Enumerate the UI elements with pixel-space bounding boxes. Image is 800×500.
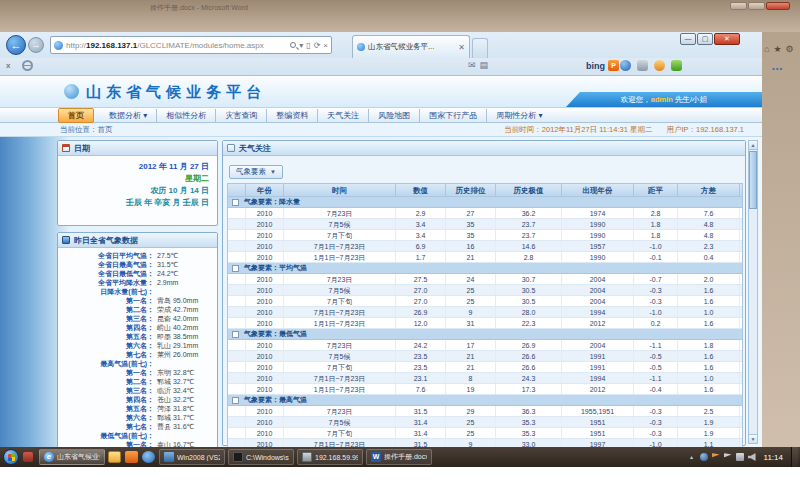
- letterbox-strip: [0, 467, 800, 500]
- mail-icon[interactable]: ✉: [468, 60, 476, 70]
- table-row[interactable]: 20101月1日~7月23日1.7212.81990-0.10.4: [228, 252, 742, 263]
- taskbar-button-cmd[interactable]: C:\Windows\s...: [228, 449, 294, 465]
- addon-paw-icon[interactable]: [654, 60, 665, 71]
- cell: -0.3: [634, 428, 678, 438]
- hidden-icons-arrow[interactable]: ▴: [688, 453, 696, 461]
- taskbar-button-rdp[interactable]: 192.168.59.99...: [297, 449, 363, 465]
- tab-close-icon[interactable]: ✕: [458, 43, 465, 52]
- nav-item-data-analysis[interactable]: 数据分析 ▾: [100, 109, 156, 122]
- table-row[interactable]: 20107月下旬3.43523.719901.84.8: [228, 230, 742, 241]
- action-center-flag-icon[interactable]: [712, 453, 720, 461]
- new-tab-button[interactable]: [472, 38, 488, 58]
- explorer-folder-icon[interactable]: [108, 451, 121, 463]
- table-row[interactable]: 20107月下旬31.42535.31951-0.31.9: [228, 428, 742, 439]
- cell: 8: [446, 373, 496, 383]
- table-row[interactable]: 20101月1日~7月23日7.61917.32012-0.41.6: [228, 384, 742, 395]
- nav-item-home[interactable]: 首页: [58, 108, 94, 123]
- flag-icon[interactable]: [724, 453, 732, 461]
- taskbar-button-ie[interactable]: e山东省气候业务平...: [39, 449, 105, 465]
- table-row[interactable]: 20107月1日~7月23日23.1824.31994-1.11.0: [228, 373, 742, 384]
- close-icon[interactable]: ✕: [714, 33, 740, 45]
- app-orange-icon[interactable]: [125, 451, 138, 463]
- element-dropdown-button[interactable]: 气象要素 ▼: [229, 165, 283, 179]
- tray-app-icon[interactable]: [700, 453, 708, 461]
- group-checkbox[interactable]: [232, 331, 239, 338]
- search-icon[interactable]: [290, 42, 296, 48]
- maximize-icon[interactable]: ▢: [697, 33, 713, 45]
- table-row[interactable]: 20107月下旬23.52126.61991-0.51.6: [228, 362, 742, 373]
- network-icon[interactable]: [736, 453, 744, 461]
- scroll-up-icon[interactable]: ▲: [749, 141, 757, 150]
- settings-gear-icon[interactable]: ⚙: [786, 44, 794, 54]
- start-button[interactable]: [3, 449, 19, 465]
- group-checkbox[interactable]: [232, 265, 239, 272]
- table-row[interactable]: 20107月5候23.52126.61991-0.51.6: [228, 351, 742, 362]
- volume-icon[interactable]: [748, 453, 756, 461]
- stat-value: 菏泽 31.8℃: [157, 404, 194, 413]
- table-row[interactable]: 20107月1日~7月23日31.5933.01997-1.01.1: [228, 439, 742, 447]
- refresh-icon[interactable]: ⟳: [314, 41, 321, 50]
- cell-checkbox: [228, 406, 246, 416]
- table-row[interactable]: 20107月5候31.42535.31951-0.31.9: [228, 417, 742, 428]
- cell: 30.5: [496, 285, 562, 295]
- nav-item-national-products[interactable]: 国家下行产品: [419, 109, 486, 122]
- browser-tab[interactable]: 山东省气候业务平... ✕: [352, 35, 470, 58]
- table-row[interactable]: 20107月23日2.92736.219742.87.6: [228, 208, 742, 219]
- taskbar-clock[interactable]: 11:14: [764, 453, 783, 462]
- group-checkbox[interactable]: [232, 397, 239, 404]
- stat-label: 第五名：: [58, 332, 154, 341]
- minimize-icon[interactable]: —: [680, 33, 696, 45]
- nav-item-similarity-analysis[interactable]: 相似性分析: [156, 109, 215, 122]
- blocked-icon[interactable]: [22, 60, 33, 71]
- media-player-icon[interactable]: [142, 451, 155, 463]
- table-row[interactable]: 20107月5候3.43523.719901.84.8: [228, 219, 742, 230]
- browser-forward-button[interactable]: →: [28, 37, 44, 53]
- table-row[interactable]: 20107月23日24.21726.92004-1.11.8: [228, 340, 742, 351]
- cell: 2010: [246, 241, 284, 251]
- card-icon[interactable]: ▤: [480, 60, 489, 70]
- chevron-down-icon[interactable]: ▾: [299, 41, 303, 50]
- table-row[interactable]: 20107月1日~7月23日6.91614.61957-1.02.3: [228, 241, 742, 252]
- stat-value: 郓城 32.7℃: [157, 377, 194, 386]
- compat-view-icon[interactable]: ▯: [306, 41, 310, 50]
- cell: 1990: [562, 219, 634, 229]
- nav-item-risk-map[interactable]: 风险地图: [368, 109, 419, 122]
- address-bar[interactable]: http:// 192.168.137.1 /GLCCLIMATE/module…: [50, 36, 332, 54]
- bing-toolbar[interactable]: bing P: [586, 60, 619, 71]
- toolbar-app-icon[interactable]: P: [608, 60, 619, 71]
- taskbar-button-vm[interactable]: Win2008 (VS2...: [159, 449, 225, 465]
- gadget-icon[interactable]: [23, 452, 33, 462]
- cell: 7月23日: [284, 208, 396, 218]
- more-options-icon[interactable]: •••: [772, 64, 783, 73]
- table-row[interactable]: 20101月1日~7月23日12.03122.320120.21.6: [228, 318, 742, 329]
- addon-messenger-icon[interactable]: [620, 60, 631, 71]
- addon-camera-icon[interactable]: [637, 60, 648, 71]
- table-row[interactable]: 20107月下旬27.02530.52004-0.31.6: [228, 296, 742, 307]
- group-checkbox[interactable]: [232, 199, 239, 206]
- favorites-star-icon[interactable]: ★: [773, 44, 781, 54]
- addon-plugin-icon[interactable]: [671, 60, 682, 71]
- table-row[interactable]: 20107月5候27.02530.52004-0.31.6: [228, 285, 742, 296]
- table-row[interactable]: 20107月23日27.52430.72004-0.72.0: [228, 274, 742, 285]
- taskbar-button-word[interactable]: W操作手册.docx...: [366, 449, 432, 465]
- home-icon[interactable]: ⌂: [764, 44, 769, 54]
- vertical-scrollbar[interactable]: ▲ ▼: [748, 140, 758, 444]
- minimize-icon[interactable]: [730, 2, 747, 10]
- nav-item-periodic-analysis[interactable]: 周期性分析 ▾: [486, 109, 551, 122]
- close-icon[interactable]: [766, 2, 790, 10]
- scrollbar-thumb[interactable]: [749, 151, 757, 209]
- cell: 25: [446, 417, 496, 427]
- toolbar-close-icon[interactable]: x: [6, 61, 10, 70]
- nav-item-weather-watch[interactable]: 天气关注: [317, 109, 368, 122]
- maximize-icon[interactable]: [748, 2, 765, 10]
- stop-icon[interactable]: ×: [323, 41, 328, 50]
- table-row[interactable]: 20107月1日~7月23日26.9928.01994-1.01.0: [228, 307, 742, 318]
- table-row[interactable]: 20107月23日31.52936.31955,1951-0.32.5: [228, 406, 742, 417]
- nav-item-disaster-query[interactable]: 灾害查询: [215, 109, 266, 122]
- chart-icon: [62, 236, 70, 244]
- stat-label: 最低气温(前七)：: [58, 431, 154, 440]
- scroll-down-icon[interactable]: ▼: [749, 434, 757, 443]
- browser-back-button[interactable]: ←: [6, 35, 26, 55]
- show-desktop-button[interactable]: [791, 447, 798, 467]
- nav-item-compiled-data[interactable]: 整编资料: [266, 109, 317, 122]
